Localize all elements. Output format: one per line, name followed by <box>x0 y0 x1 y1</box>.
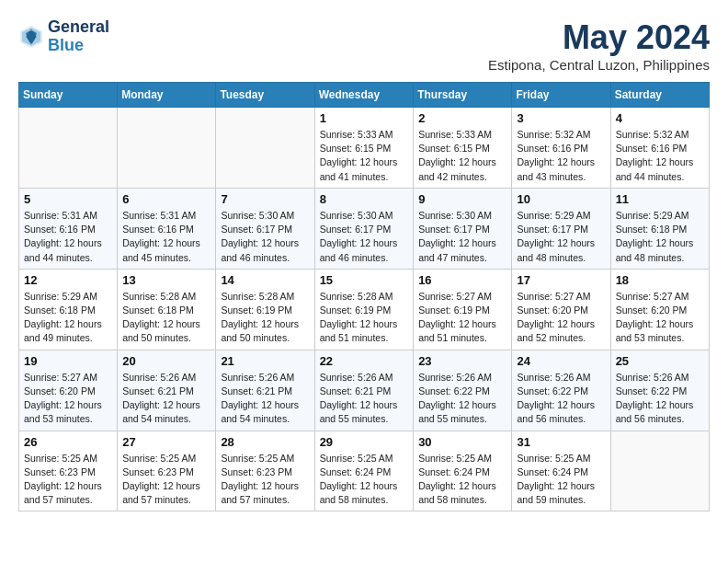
day-number: 29 <box>320 435 409 449</box>
col-sunday: Sunday <box>19 83 118 108</box>
day-info: Sunrise: 5:30 AM Sunset: 6:17 PM Dayligh… <box>418 209 506 265</box>
calendar-week-4: 19Sunrise: 5:27 AM Sunset: 6:20 PM Dayli… <box>19 350 710 431</box>
day-number: 28 <box>221 435 309 449</box>
day-number: 1 <box>320 111 409 125</box>
day-number: 20 <box>122 354 210 368</box>
calendar-header: Sunday Monday Tuesday Wednesday Thursday… <box>19 83 710 108</box>
calendar-cell: 18Sunrise: 5:27 AM Sunset: 6:20 PM Dayli… <box>610 269 709 350</box>
col-wednesday: Wednesday <box>314 83 414 108</box>
day-info: Sunrise: 5:26 AM Sunset: 6:21 PM Dayligh… <box>320 371 409 427</box>
day-number: 23 <box>418 354 506 368</box>
calendar-cell: 9Sunrise: 5:30 AM Sunset: 6:17 PM Daylig… <box>414 188 512 269</box>
calendar-cell: 23Sunrise: 5:26 AM Sunset: 6:22 PM Dayli… <box>414 350 512 431</box>
calendar-cell: 28Sunrise: 5:25 AM Sunset: 6:23 PM Dayli… <box>216 431 314 511</box>
day-number: 18 <box>616 273 704 287</box>
day-info: Sunrise: 5:29 AM Sunset: 6:18 PM Dayligh… <box>24 290 112 346</box>
calendar-cell: 29Sunrise: 5:25 AM Sunset: 6:24 PM Dayli… <box>314 431 414 511</box>
day-number: 6 <box>122 192 210 206</box>
calendar-cell: 20Sunrise: 5:26 AM Sunset: 6:21 PM Dayli… <box>118 350 216 431</box>
day-number: 17 <box>517 273 605 287</box>
page-header: General Blue May 2024 Estipona, Central … <box>18 18 710 73</box>
calendar-cell: 13Sunrise: 5:28 AM Sunset: 6:18 PM Dayli… <box>118 269 216 350</box>
logo-icon <box>18 24 44 50</box>
col-monday: Monday <box>118 83 216 108</box>
day-info: Sunrise: 5:32 AM Sunset: 6:16 PM Dayligh… <box>517 128 605 184</box>
calendar-cell: 1Sunrise: 5:33 AM Sunset: 6:15 PM Daylig… <box>314 108 414 189</box>
day-info: Sunrise: 5:32 AM Sunset: 6:16 PM Dayligh… <box>616 128 704 184</box>
day-number: 8 <box>320 192 409 206</box>
calendar-cell: 22Sunrise: 5:26 AM Sunset: 6:21 PM Dayli… <box>314 350 414 431</box>
day-info: Sunrise: 5:30 AM Sunset: 6:17 PM Dayligh… <box>320 209 409 265</box>
day-number: 31 <box>517 435 605 449</box>
day-number: 3 <box>517 111 605 125</box>
calendar-cell: 24Sunrise: 5:26 AM Sunset: 6:22 PM Dayli… <box>512 350 610 431</box>
day-info: Sunrise: 5:27 AM Sunset: 6:20 PM Dayligh… <box>24 371 112 427</box>
day-info: Sunrise: 5:31 AM Sunset: 6:16 PM Dayligh… <box>24 209 112 265</box>
calendar-cell <box>19 108 118 189</box>
calendar-cell: 27Sunrise: 5:25 AM Sunset: 6:23 PM Dayli… <box>118 431 216 511</box>
day-number: 12 <box>24 273 112 287</box>
calendar-cell: 6Sunrise: 5:31 AM Sunset: 6:16 PM Daylig… <box>118 188 216 269</box>
day-info: Sunrise: 5:26 AM Sunset: 6:22 PM Dayligh… <box>517 371 605 427</box>
day-number: 30 <box>418 435 506 449</box>
day-info: Sunrise: 5:28 AM Sunset: 6:19 PM Dayligh… <box>221 290 309 346</box>
logo-blue: Blue <box>48 37 109 55</box>
day-info: Sunrise: 5:25 AM Sunset: 6:24 PM Dayligh… <box>418 452 506 508</box>
day-number: 21 <box>221 354 309 368</box>
calendar-cell: 21Sunrise: 5:26 AM Sunset: 6:21 PM Dayli… <box>216 350 314 431</box>
logo-general: General <box>48 18 109 37</box>
calendar-cell: 19Sunrise: 5:27 AM Sunset: 6:20 PM Dayli… <box>19 350 118 431</box>
calendar-cell: 25Sunrise: 5:26 AM Sunset: 6:22 PM Dayli… <box>610 350 709 431</box>
day-number: 24 <box>517 354 605 368</box>
day-number: 19 <box>24 354 112 368</box>
col-friday: Friday <box>512 83 610 108</box>
calendar-cell: 8Sunrise: 5:30 AM Sunset: 6:17 PM Daylig… <box>314 188 414 269</box>
day-info: Sunrise: 5:26 AM Sunset: 6:22 PM Dayligh… <box>418 371 506 427</box>
logo: General Blue <box>18 18 109 55</box>
calendar-cell: 30Sunrise: 5:25 AM Sunset: 6:24 PM Dayli… <box>414 431 512 511</box>
location-subtitle: Estipona, Central Luzon, Philippines <box>488 57 710 73</box>
col-saturday: Saturday <box>610 83 709 108</box>
calendar-week-3: 12Sunrise: 5:29 AM Sunset: 6:18 PM Dayli… <box>19 269 710 350</box>
day-number: 11 <box>616 192 704 206</box>
day-info: Sunrise: 5:31 AM Sunset: 6:16 PM Dayligh… <box>122 209 210 265</box>
calendar-cell <box>610 431 709 511</box>
day-info: Sunrise: 5:29 AM Sunset: 6:17 PM Dayligh… <box>517 209 605 265</box>
day-number: 4 <box>616 111 704 125</box>
calendar-cell: 7Sunrise: 5:30 AM Sunset: 6:17 PM Daylig… <box>216 188 314 269</box>
day-info: Sunrise: 5:25 AM Sunset: 6:24 PM Dayligh… <box>517 452 605 508</box>
day-number: 22 <box>320 354 409 368</box>
day-number: 7 <box>221 192 309 206</box>
day-info: Sunrise: 5:26 AM Sunset: 6:22 PM Dayligh… <box>616 371 704 427</box>
calendar-cell: 11Sunrise: 5:29 AM Sunset: 6:18 PM Dayli… <box>610 188 709 269</box>
calendar-week-5: 26Sunrise: 5:25 AM Sunset: 6:23 PM Dayli… <box>19 431 710 511</box>
day-info: Sunrise: 5:33 AM Sunset: 6:15 PM Dayligh… <box>320 128 409 184</box>
col-tuesday: Tuesday <box>216 83 314 108</box>
calendar-cell: 10Sunrise: 5:29 AM Sunset: 6:17 PM Dayli… <box>512 188 610 269</box>
day-info: Sunrise: 5:25 AM Sunset: 6:24 PM Dayligh… <box>320 452 409 508</box>
day-number: 5 <box>24 192 112 206</box>
day-info: Sunrise: 5:27 AM Sunset: 6:20 PM Dayligh… <box>616 290 704 346</box>
day-number: 25 <box>616 354 704 368</box>
calendar-cell: 26Sunrise: 5:25 AM Sunset: 6:23 PM Dayli… <box>19 431 118 511</box>
day-info: Sunrise: 5:30 AM Sunset: 6:17 PM Dayligh… <box>221 209 309 265</box>
col-thursday: Thursday <box>414 83 512 108</box>
day-number: 14 <box>221 273 309 287</box>
calendar-cell: 31Sunrise: 5:25 AM Sunset: 6:24 PM Dayli… <box>512 431 610 511</box>
day-info: Sunrise: 5:33 AM Sunset: 6:15 PM Dayligh… <box>418 128 506 184</box>
day-info: Sunrise: 5:28 AM Sunset: 6:19 PM Dayligh… <box>320 290 409 346</box>
calendar-body: 1Sunrise: 5:33 AM Sunset: 6:15 PM Daylig… <box>19 108 710 511</box>
month-title: May 2024 <box>488 18 710 57</box>
calendar-week-2: 5Sunrise: 5:31 AM Sunset: 6:16 PM Daylig… <box>19 188 710 269</box>
day-info: Sunrise: 5:26 AM Sunset: 6:21 PM Dayligh… <box>122 371 210 427</box>
day-number: 27 <box>122 435 210 449</box>
day-number: 15 <box>320 273 409 287</box>
calendar-cell: 16Sunrise: 5:27 AM Sunset: 6:19 PM Dayli… <box>414 269 512 350</box>
day-info: Sunrise: 5:28 AM Sunset: 6:18 PM Dayligh… <box>122 290 210 346</box>
day-info: Sunrise: 5:25 AM Sunset: 6:23 PM Dayligh… <box>122 452 210 508</box>
day-info: Sunrise: 5:27 AM Sunset: 6:19 PM Dayligh… <box>418 290 506 346</box>
calendar-cell: 4Sunrise: 5:32 AM Sunset: 6:16 PM Daylig… <box>610 108 709 189</box>
title-block: May 2024 Estipona, Central Luzon, Philip… <box>488 18 710 73</box>
day-number: 2 <box>418 111 506 125</box>
calendar-cell: 12Sunrise: 5:29 AM Sunset: 6:18 PM Dayli… <box>19 269 118 350</box>
